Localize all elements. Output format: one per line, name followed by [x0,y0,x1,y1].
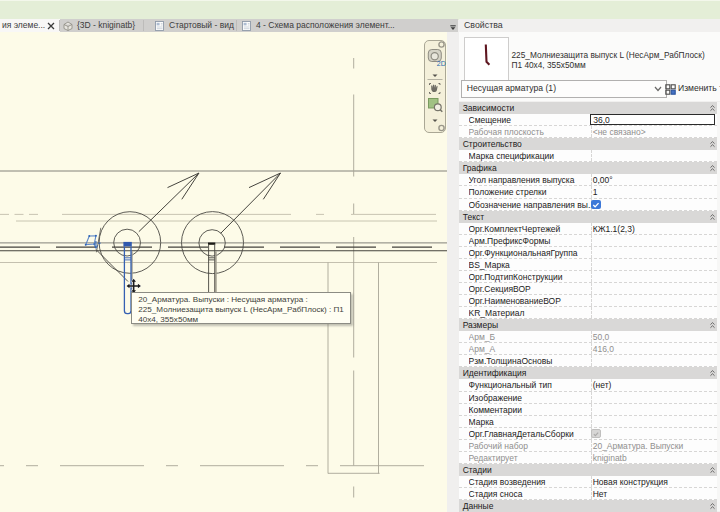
svg-text:2D: 2D [436,59,445,66]
